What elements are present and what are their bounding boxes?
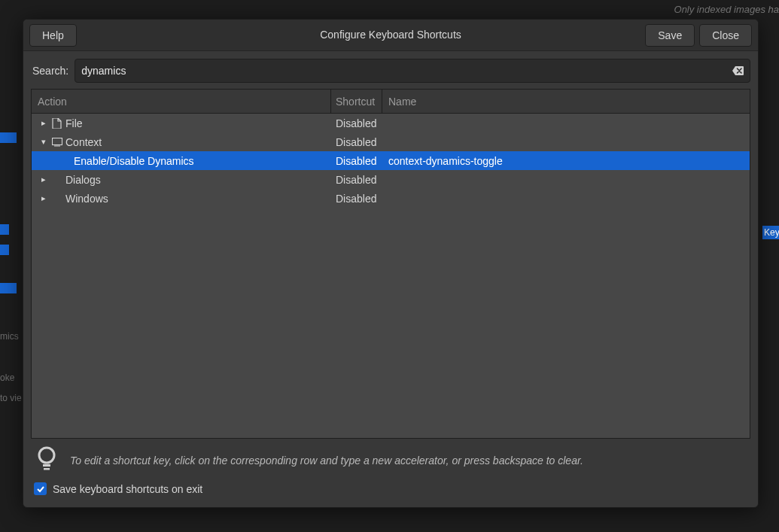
table-row[interactable]: Windows Disabled xyxy=(32,189,750,208)
table-body[interactable]: File Disabled Context Disabled xyxy=(32,114,750,438)
row-shortcut: Disabled xyxy=(331,155,382,167)
bg-hint-text: Only indexed images ha xyxy=(674,4,779,15)
column-header-action[interactable]: Action xyxy=(32,90,331,113)
row-label: File xyxy=(65,117,83,129)
search-label: Search: xyxy=(31,65,68,77)
table-header: Action Shortcut Name xyxy=(32,90,750,114)
column-header-shortcut[interactable]: Shortcut xyxy=(331,90,382,113)
row-shortcut: Disabled xyxy=(331,193,382,205)
close-button[interactable]: Close xyxy=(699,24,752,47)
bg-key-badge: Keyb xyxy=(762,226,779,239)
svg-rect-0 xyxy=(52,138,62,144)
row-shortcut: Disabled xyxy=(331,136,382,148)
row-label: Enable/Disable Dynamics xyxy=(74,155,194,167)
column-header-name[interactable]: Name xyxy=(382,90,750,113)
hint-row: To edit a shortcut key, click on the cor… xyxy=(31,439,750,482)
row-label: Dialogs xyxy=(65,174,101,186)
row-label: Windows xyxy=(65,193,108,205)
save-on-exit-row[interactable]: Save keyboard shortcuts on exit xyxy=(31,482,750,500)
search-box xyxy=(75,59,750,83)
blank-icon xyxy=(51,174,62,185)
table-row[interactable]: Dialogs Disabled xyxy=(32,170,750,189)
context-icon xyxy=(51,136,62,147)
table-row[interactable]: Enable/Disable Dynamics Disabled context… xyxy=(32,151,750,170)
bg-dim-text: oke xyxy=(0,372,14,383)
row-shortcut: Disabled xyxy=(331,117,382,129)
row-label: Context xyxy=(65,136,102,148)
lightbulb-icon xyxy=(34,446,59,475)
search-row: Search: xyxy=(31,59,750,83)
clear-search-icon[interactable] xyxy=(732,65,744,77)
bg-selection-stripe xyxy=(0,283,17,293)
save-on-exit-label: Save keyboard shortcuts on exit xyxy=(53,483,202,495)
hint-text: To edit a shortcut key, click on the cor… xyxy=(70,454,583,467)
file-icon xyxy=(51,117,62,129)
bg-selection-stripe xyxy=(0,245,9,255)
svg-rect-3 xyxy=(43,464,50,467)
svg-rect-4 xyxy=(44,468,50,470)
save-button[interactable]: Save xyxy=(645,24,695,47)
search-input[interactable] xyxy=(81,65,732,77)
bg-dim-text: mics xyxy=(0,331,19,342)
dialog-titlebar: Help Configure Keyboard Shortcuts Save C… xyxy=(23,20,758,51)
help-button[interactable]: Help xyxy=(29,24,77,47)
table-row[interactable]: File Disabled xyxy=(32,114,750,132)
expander-icon[interactable] xyxy=(36,118,51,128)
shortcuts-table: Action Shortcut Name File Disabled xyxy=(31,89,750,439)
expander-icon[interactable] xyxy=(36,175,51,184)
row-name: context-dynamics-toggle xyxy=(382,155,750,167)
save-on-exit-checkbox[interactable] xyxy=(34,482,47,495)
svg-rect-1 xyxy=(54,145,60,146)
bg-dim-text: to vie xyxy=(0,393,22,403)
table-row[interactable]: Context Disabled xyxy=(32,132,750,151)
expander-icon[interactable] xyxy=(36,137,51,147)
bg-selection-stripe xyxy=(0,224,9,235)
keyboard-shortcuts-dialog: Help Configure Keyboard Shortcuts Save C… xyxy=(23,19,759,508)
bg-selection-stripe xyxy=(0,132,17,143)
expander-icon[interactable] xyxy=(36,193,51,203)
row-shortcut: Disabled xyxy=(331,174,382,186)
blank-icon xyxy=(51,193,62,204)
svg-point-2 xyxy=(39,448,54,463)
dialog-body: Search: Action Shortcut Name xyxy=(23,51,758,507)
